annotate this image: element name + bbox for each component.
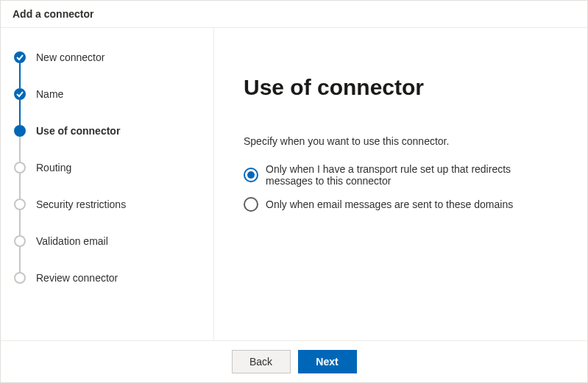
step-connector-line bbox=[19, 210, 21, 235]
radio-option-domains[interactable]: Only when email messages are sent to the… bbox=[244, 197, 558, 212]
wizard-steps-sidebar: New connector Name Use of connector Rout… bbox=[1, 28, 214, 340]
step-label: New connector bbox=[36, 51, 105, 63]
dialog-header: Add a connector bbox=[1, 1, 587, 28]
step-label: Review connector bbox=[36, 272, 118, 284]
checkmark-icon bbox=[14, 88, 26, 100]
step-review-connector[interactable]: Review connector bbox=[14, 272, 213, 284]
pending-step-icon bbox=[14, 162, 26, 173]
step-new-connector[interactable]: New connector bbox=[14, 51, 213, 88]
step-label: Validation email bbox=[36, 235, 108, 247]
step-connector-line bbox=[19, 63, 21, 88]
step-label: Routing bbox=[36, 162, 71, 173]
back-button[interactable]: Back bbox=[232, 350, 291, 373]
step-name[interactable]: Name bbox=[14, 88, 213, 125]
dialog-footer: Back Next bbox=[1, 340, 587, 382]
step-routing[interactable]: Routing bbox=[14, 162, 213, 198]
step-label: Name bbox=[36, 88, 63, 100]
step-connector-line bbox=[19, 173, 21, 198]
pending-step-icon bbox=[14, 235, 26, 247]
radio-label: Only when email messages are sent to the… bbox=[266, 198, 513, 210]
wizard-main-panel: Use of connector Specify when you want t… bbox=[214, 28, 587, 340]
step-use-of-connector[interactable]: Use of connector bbox=[14, 125, 213, 162]
dialog-body: New connector Name Use of connector Rout… bbox=[1, 28, 587, 340]
radio-icon bbox=[244, 197, 258, 212]
step-security-restrictions[interactable]: Security restrictions bbox=[14, 198, 213, 235]
radio-option-transport-rule[interactable]: Only when I have a transport rule set up… bbox=[244, 163, 558, 187]
step-label: Use of connector bbox=[36, 125, 120, 137]
pending-step-icon bbox=[14, 198, 26, 210]
radio-icon bbox=[244, 168, 258, 182]
current-step-icon bbox=[14, 125, 26, 137]
page-description: Specify when you want to use this connec… bbox=[244, 135, 558, 147]
radio-label: Only when I have a transport rule set up… bbox=[266, 163, 558, 187]
pending-step-icon bbox=[14, 272, 26, 284]
next-button[interactable]: Next bbox=[298, 350, 357, 373]
step-connector-line bbox=[19, 137, 21, 162]
step-label: Security restrictions bbox=[36, 198, 126, 210]
step-connector-line bbox=[19, 100, 21, 125]
step-connector-line bbox=[19, 247, 21, 272]
dialog-title: Add a connector bbox=[13, 8, 575, 20]
wizard-steps-list: New connector Name Use of connector Rout… bbox=[14, 51, 213, 284]
checkmark-icon bbox=[14, 51, 26, 63]
step-validation-email[interactable]: Validation email bbox=[14, 235, 213, 272]
page-heading: Use of connector bbox=[244, 75, 558, 100]
